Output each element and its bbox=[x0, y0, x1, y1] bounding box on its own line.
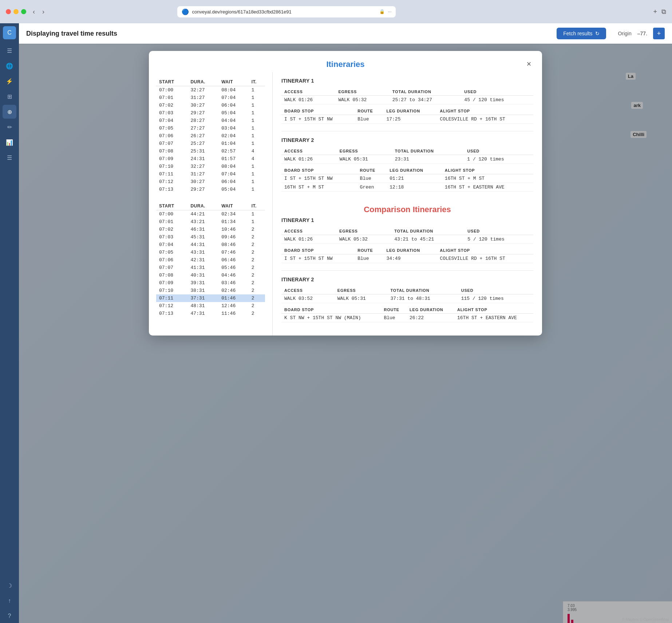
modal-body: START DURA. WAIT IT. 07:0032:2708:04107:… bbox=[149, 72, 542, 336]
modal-header: Itineraries × bbox=[149, 51, 542, 72]
total-duration-header: TOTAL DURATION bbox=[390, 88, 462, 96]
comp-leg-dur-val-2: 26:22 bbox=[407, 314, 454, 322]
alight-stop-val: COLESVILLE RD + 16TH ST bbox=[437, 115, 533, 124]
modal-overlay: Itineraries × START DURA. WAIT bbox=[19, 44, 672, 623]
table-row: WALK 01:26 WALK 05:32 25:27 to 34:27 45 … bbox=[281, 96, 533, 104]
comp-col-dura: DURA. bbox=[187, 202, 218, 210]
itinerary-2-label: ITINERARY 2 bbox=[281, 137, 533, 143]
comp-route-val: Blue bbox=[355, 254, 383, 263]
comp-route-header: ROUTE bbox=[355, 247, 383, 254]
itinerary-2-access-table: ACCESS EGRESS TOTAL DURATION USED WALK 0… bbox=[281, 147, 533, 164]
sidebar-item-menu[interactable]: ☰ bbox=[3, 44, 16, 57]
table-row: 07:0642:3106:462 bbox=[156, 256, 265, 264]
table-row: 07:0527:2703:041 bbox=[156, 124, 265, 132]
egress-val-2: WALK 05:31 bbox=[337, 155, 392, 164]
alight-stop-val-2a: 16TH ST + M ST bbox=[442, 174, 533, 183]
table-row: 07:0444:3108:462 bbox=[156, 241, 265, 249]
comp-board-stop-val: I ST + 15TH ST NW bbox=[281, 254, 355, 263]
sidebar-item-grid[interactable]: ⊞ bbox=[3, 90, 16, 103]
comp-access-val-2: WALK 03:52 bbox=[281, 294, 335, 303]
comp-col-it: IT. bbox=[249, 202, 265, 210]
col-it: IT. bbox=[249, 78, 265, 86]
table-row: 07:0345:3109:462 bbox=[156, 233, 265, 241]
sidebar-item-moon[interactable]: ☽ bbox=[3, 579, 16, 592]
sidebar-item-upload[interactable]: ↑ bbox=[3, 594, 16, 608]
comp-used-val-2: 115 / 120 times bbox=[458, 294, 533, 303]
comp-itinerary-2-board-table: BOARD STOP ROUTE LEG DURATION ALIGHT STO… bbox=[281, 306, 533, 322]
table-row: I ST + 15TH ST NW Blue 34:49 COLESVILLE … bbox=[281, 254, 533, 263]
sidebar-logo: C bbox=[3, 26, 16, 39]
table-row: 07:1038:3102:462 bbox=[156, 287, 265, 294]
comp-board-stop-header: BOARD STOP bbox=[281, 247, 355, 254]
comp-alight-stop-val-2: 16TH ST + EASTERN AVE bbox=[454, 314, 533, 322]
table-row: 07:0143:2101:341 bbox=[156, 218, 265, 226]
fetch-results-button[interactable]: Fetch results ↻ bbox=[557, 28, 606, 39]
route-header: ROUTE bbox=[355, 107, 383, 115]
map-area[interactable]: La ark Chilli © Mapbox © OpenStreetMap 7… bbox=[19, 44, 672, 623]
sidebar-item-layers[interactable]: ⊕ bbox=[3, 105, 16, 119]
comp-board-stop-header-2: BOARD STOP bbox=[281, 306, 381, 314]
table-row: 07:0543:3107:462 bbox=[156, 249, 265, 256]
modal-close-button[interactable]: × bbox=[523, 58, 535, 70]
top-bar: Displaying travel time results Fetch res… bbox=[19, 23, 672, 44]
section-divider-1 bbox=[281, 131, 533, 131]
address-bar[interactable]: 🔵 conveyal.dev/regions/617a18ed33cfbd286… bbox=[177, 6, 396, 17]
access-header: ACCESS bbox=[281, 88, 335, 96]
fullscreen-traffic-light[interactable] bbox=[21, 9, 26, 14]
egress-val: WALK 05:32 bbox=[335, 96, 389, 104]
add-button[interactable]: + bbox=[653, 28, 665, 39]
comp-itinerary-2-access-table: ACCESS EGRESS TOTAL DURATION USED WALK 0… bbox=[281, 287, 533, 303]
board-stop-val: I ST + 15TH ST NW bbox=[281, 115, 355, 124]
itinerary-1-access-table: ACCESS EGRESS TOTAL DURATION USED WALK 0… bbox=[281, 88, 533, 104]
col-dura: DURA. bbox=[187, 78, 218, 86]
leg-dur-header-2: LEG DURATION bbox=[387, 167, 442, 174]
table-row: 07:0230:2706:041 bbox=[156, 102, 265, 109]
comp-leg-dur-val: 34:49 bbox=[383, 254, 437, 263]
board-stop-header-2: BOARD STOP bbox=[281, 167, 357, 174]
minimize-traffic-light[interactable] bbox=[13, 9, 19, 14]
section-divider-2 bbox=[281, 270, 533, 271]
sidebar-item-chart[interactable]: 📊 bbox=[3, 135, 16, 149]
col-start: START bbox=[156, 78, 187, 86]
total-dur-val-2: 23:31 bbox=[392, 155, 465, 164]
comp-itinerary-2-block: ITINERARY 2 ACCESS EGRESS TOTAL DURATION… bbox=[281, 277, 533, 322]
comp-egress-val-2: WALK 05:31 bbox=[335, 294, 388, 303]
sidebar-item-list[interactable]: ☰ bbox=[3, 151, 16, 164]
new-tab-button[interactable]: + bbox=[653, 8, 657, 16]
comp-itinerary-2-label: ITINERARY 2 bbox=[281, 277, 533, 282]
col-wait: WAIT bbox=[218, 78, 249, 86]
back-button[interactable]: ‹ bbox=[31, 7, 37, 16]
comp-itinerary-1-label: ITINERARY 1 bbox=[281, 217, 533, 223]
table-row: 07:0626:2702:041 bbox=[156, 132, 265, 140]
itineraries-modal: Itineraries × START DURA. WAIT bbox=[149, 51, 542, 336]
leg-dur-val: 17:25 bbox=[383, 115, 437, 124]
comp-leg-dur-header: LEG DURATION bbox=[383, 247, 437, 254]
table-row: 07:0741:3105:462 bbox=[156, 264, 265, 271]
route-val-2b: Green bbox=[357, 183, 387, 192]
total-dur-val: 25:27 to 34:27 bbox=[390, 96, 462, 104]
close-traffic-light[interactable] bbox=[6, 9, 11, 14]
leg-dur-header: LEG DURATION bbox=[383, 107, 437, 115]
comp-route-header-2: ROUTE bbox=[381, 306, 407, 314]
sidebar-item-analysis[interactable]: ⚡ bbox=[3, 74, 16, 88]
comp-total-duration-header: TOTAL DURATION bbox=[391, 227, 465, 235]
sidebar-item-help[interactable]: ? bbox=[3, 609, 16, 623]
board-stop-val-2a: I ST + 15TH ST NW bbox=[281, 174, 357, 183]
used-header-2: USED bbox=[464, 147, 533, 155]
sidebar-item-pencil[interactable]: ✏ bbox=[3, 120, 16, 134]
copy-tab-button[interactable]: ⧉ bbox=[661, 8, 666, 16]
table-row: K ST NW + 15TH ST NW (MAIN) Blue 26:22 1… bbox=[281, 314, 533, 322]
comp-leg-dur-header-2: LEG DURATION bbox=[407, 306, 454, 314]
alight-stop-header: ALIGHT STOP bbox=[437, 107, 533, 115]
browser-actions: + ⧉ bbox=[653, 8, 666, 16]
comp-col-start: START bbox=[156, 202, 187, 210]
table-row: 07:0428:2704:041 bbox=[156, 117, 265, 124]
comp-egress-header-2: EGRESS bbox=[335, 287, 388, 294]
sidebar-item-globe[interactable]: 🌐 bbox=[3, 59, 16, 73]
table-row: I ST + 15TH ST NW Blue 01:21 16TH ST + M… bbox=[281, 174, 533, 183]
table-row: 07:0131:2707:041 bbox=[156, 94, 265, 102]
table-row: 07:0032:2708:041 bbox=[156, 86, 265, 94]
forward-button[interactable]: › bbox=[40, 7, 47, 16]
fetch-results-label: Fetch results bbox=[563, 31, 592, 36]
used-val: 45 / 120 times bbox=[461, 96, 533, 104]
